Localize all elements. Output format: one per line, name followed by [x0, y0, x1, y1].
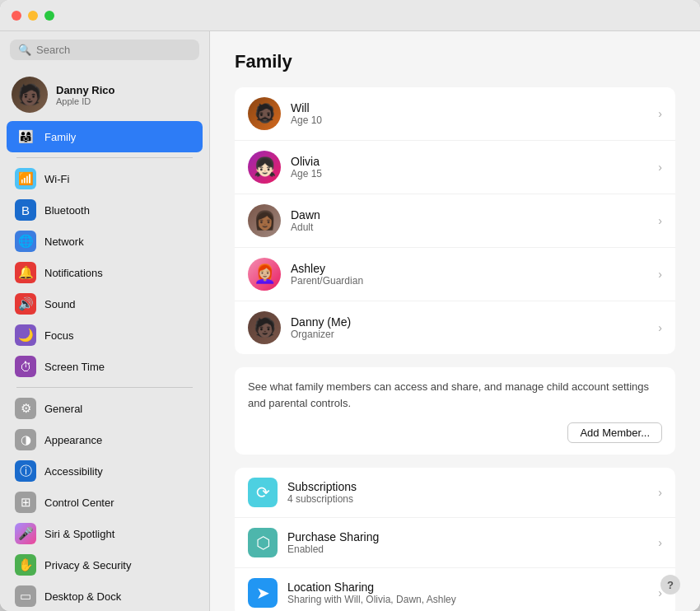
service-name: Subscriptions: [287, 480, 648, 493]
appearance-icon: ◑: [15, 429, 36, 450]
notifications-icon: 🔔: [15, 262, 36, 283]
description-text: See what family members can access and s…: [248, 379, 662, 411]
service-sub: Enabled: [287, 543, 648, 555]
service-sub: Sharing with Will, Olivia, Dawn, Ashley: [287, 594, 648, 605]
sidebar-item-screentime[interactable]: ⏱ Screen Time: [7, 351, 203, 382]
member-info: Olivia Age 15: [291, 155, 648, 180]
service-name: Location Sharing: [287, 581, 648, 594]
accessibility-icon: ⓘ: [15, 460, 36, 482]
sidebar-item-siri[interactable]: 🎤 Siri & Spotlight: [7, 518, 203, 549]
wifi-icon: 📶: [15, 168, 36, 189]
sidebar-item-sound[interactable]: 🔊 Sound: [7, 288, 203, 319]
member-row[interactable]: 👩🏾 Dawn Adult ›: [235, 194, 675, 248]
profile-name: Danny Rico: [56, 84, 115, 96]
member-name: Will: [291, 101, 648, 114]
search-input[interactable]: [36, 44, 191, 56]
sidebar-divider-2: [16, 387, 193, 388]
sidebar-item-label: Sound: [44, 298, 76, 310]
titlebar: [0, 0, 700, 31]
sidebar-item-controlcenter[interactable]: ⊞ Control Center: [7, 487, 203, 518]
member-avatar: 🧑🏿: [248, 311, 281, 344]
privacy-icon: ✋: [15, 554, 36, 576]
member-role: Age 10: [291, 114, 648, 126]
service-row-subscriptions[interactable]: ⟳ Subscriptions 4 subscriptions ›: [235, 468, 675, 518]
sidebar-item-label: Bluetooth: [44, 204, 90, 217]
sidebar-item-label: Screen Time: [44, 361, 105, 373]
member-info: Ashley Parent/Guardian: [291, 262, 648, 287]
main-wrapper: Family 🧔🏿 Will Age 10 › 👧🏻 Olivia Age 15…: [210, 31, 700, 611]
service-row-purchase_sharing[interactable]: ⬡ Purchase Sharing Enabled ›: [235, 518, 675, 568]
add-member-button[interactable]: Add Member...: [567, 422, 662, 443]
search-icon: 🔍: [18, 44, 31, 56]
avatar: 🧑🏿: [12, 77, 48, 113]
sidebar-item-label: Family: [44, 131, 76, 143]
close-button[interactable]: [12, 11, 21, 21]
member-avatar: 👩🏼‍🦰: [248, 258, 281, 291]
chevron-right-icon: ›: [658, 107, 662, 120]
service-info: Purchase Sharing Enabled: [287, 530, 648, 555]
sidebar-item-notifications[interactable]: 🔔 Notifications: [7, 257, 203, 288]
member-row[interactable]: 🧔🏿 Will Age 10 ›: [235, 87, 675, 141]
chevron-right-icon: ›: [658, 536, 662, 549]
help-button[interactable]: ?: [660, 575, 680, 595]
sidebar-item-accessibility[interactable]: ⓘ Accessibility: [7, 455, 203, 487]
member-avatar: 👩🏾: [248, 204, 281, 237]
page-title: Family: [235, 51, 675, 72]
window: 🔍 🧑🏿 Danny Rico Apple ID 👨‍👩‍👧 Family 📶 …: [0, 0, 700, 611]
sidebar-item-general[interactable]: ⚙ General: [7, 393, 203, 424]
bluetooth-icon: B: [15, 199, 36, 221]
sidebar-item-focus[interactable]: 🌙 Focus: [7, 319, 203, 351]
sidebar: 🔍 🧑🏿 Danny Rico Apple ID 👨‍👩‍👧 Family 📶 …: [0, 31, 210, 611]
sidebar-item-family[interactable]: 👨‍👩‍👧 Family: [7, 121, 203, 152]
member-name: Danny (Me): [291, 315, 648, 329]
profile-row[interactable]: 🧑🏿 Danny Rico Apple ID: [0, 68, 209, 121]
focus-icon: 🌙: [15, 324, 36, 346]
member-role: Organizer: [291, 329, 648, 340]
member-role: Age 15: [291, 168, 648, 180]
chevron-right-icon: ›: [658, 268, 662, 281]
member-name: Dawn: [291, 208, 648, 222]
member-role: Adult: [291, 222, 648, 233]
maximize-button[interactable]: [44, 11, 54, 21]
member-info: Dawn Adult: [291, 208, 648, 233]
minimize-button[interactable]: [28, 11, 38, 21]
chevron-right-icon: ›: [658, 321, 662, 334]
sidebar-item-label: Privacy & Security: [44, 559, 131, 571]
services-card: ⟳ Subscriptions 4 subscriptions › ⬡ Purc…: [235, 468, 675, 611]
main-content: Family 🧔🏿 Will Age 10 › 👧🏻 Olivia Age 15…: [210, 31, 700, 611]
screentime-icon: ⏱: [15, 356, 36, 377]
service-info: Location Sharing Sharing with Will, Oliv…: [287, 581, 648, 605]
sidebar-item-label: Focus: [44, 329, 73, 342]
member-row[interactable]: 👩🏼‍🦰 Ashley Parent/Guardian ›: [235, 248, 675, 301]
sidebar-item-label: General: [44, 403, 82, 415]
chevron-right-icon: ›: [658, 161, 662, 174]
member-row[interactable]: 🧑🏿 Danny (Me) Organizer ›: [235, 301, 675, 354]
sidebar-item-desktopdock[interactable]: ▭ Desktop & Dock: [7, 581, 203, 611]
profile-info: Danny Rico Apple ID: [56, 84, 115, 106]
member-avatar: 👧🏻: [248, 151, 281, 184]
location_sharing-icon: ➤: [248, 578, 278, 608]
subscriptions-icon: ⟳: [248, 478, 278, 507]
family-icon: 👨‍👩‍👧: [15, 126, 36, 147]
sidebar-item-label: Accessibility: [44, 465, 103, 478]
sidebar-item-label: Control Center: [44, 497, 114, 509]
purchase_sharing-icon: ⬡: [248, 528, 278, 557]
sidebar-item-network[interactable]: 🌐 Network: [7, 226, 203, 257]
sidebar-item-label: Appearance: [44, 434, 102, 446]
network-icon: 🌐: [15, 231, 36, 252]
sidebar-item-privacy[interactable]: ✋ Privacy & Security: [7, 549, 203, 581]
sidebar-item-appearance[interactable]: ◑ Appearance: [7, 424, 203, 455]
sidebar-divider-1: [16, 157, 193, 158]
controlcenter-icon: ⊞: [15, 492, 36, 513]
description-box: See what family members can access and s…: [235, 367, 675, 455]
service-row-location_sharing[interactable]: ➤ Location Sharing Sharing with Will, Ol…: [235, 568, 675, 611]
service-name: Purchase Sharing: [287, 530, 648, 543]
sidebar-item-label: Wi-Fi: [44, 173, 69, 185]
sidebar-item-label: Notifications: [44, 267, 103, 279]
search-bar[interactable]: 🔍: [10, 40, 199, 60]
sidebar-item-label: Network: [44, 236, 84, 248]
sidebar-item-bluetooth[interactable]: B Bluetooth: [7, 194, 203, 226]
sidebar-item-wifi[interactable]: 📶 Wi-Fi: [7, 163, 203, 194]
member-row[interactable]: 👧🏻 Olivia Age 15 ›: [235, 141, 675, 194]
chevron-right-icon: ›: [658, 486, 662, 499]
